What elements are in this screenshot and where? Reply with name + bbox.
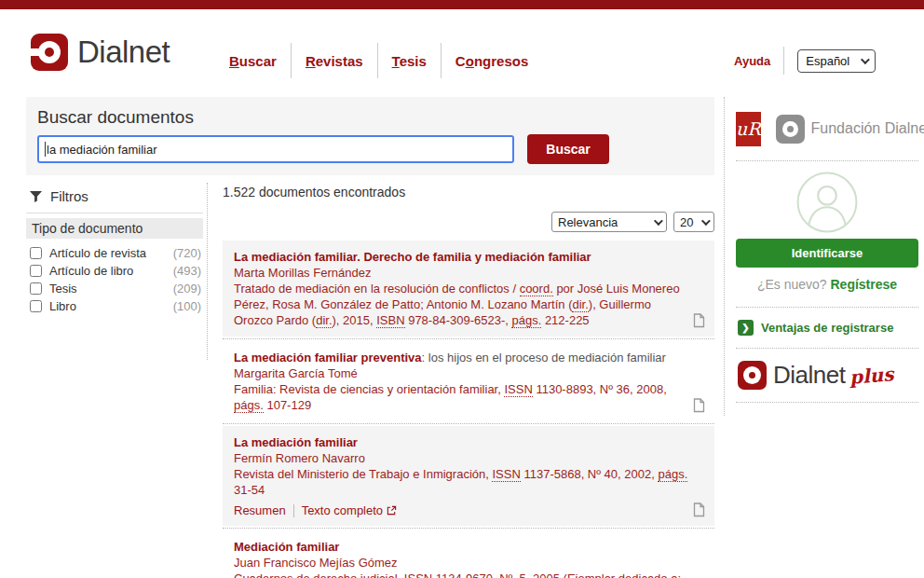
chevron-down-icon: [861, 55, 870, 64]
plus-brand-name: Dialnet: [773, 361, 845, 390]
right-sidebar: uR Fundación Dialnet Identificarse ¿Es n…: [736, 97, 918, 578]
texto-completo-link[interactable]: Texto completo: [302, 503, 397, 517]
result-separator: [223, 528, 714, 529]
result-title-link[interactable]: La mediación familiar. Derecho de famili…: [234, 250, 591, 264]
filter-checkbox[interactable]: [30, 265, 42, 277]
result-author-link[interactable]: Margarita García Tomé: [234, 366, 358, 380]
text-caret: [45, 142, 46, 157]
result-separator: [223, 423, 714, 424]
language-value: Español: [806, 54, 849, 68]
fundacion-label: Fundación Dialnet: [811, 120, 924, 137]
sidebar-separator: [736, 307, 918, 308]
filter-articulo-revista[interactable]: Artículo de revista (720): [26, 244, 203, 262]
resumen-link[interactable]: Resumen: [234, 503, 286, 517]
filter-checkbox[interactable]: [30, 247, 42, 259]
search-query-value: la mediación familiar: [47, 143, 157, 157]
filter-checkbox[interactable]: [30, 282, 42, 295]
search-panel: Buscar documentos la mediación familiar …: [26, 97, 714, 175]
filter-count: (720): [173, 246, 203, 260]
filters-results-divider: [207, 183, 208, 360]
top-accent-bar: [0, 0, 924, 9]
search-input[interactable]: la mediación familiar: [37, 135, 514, 163]
header: Dialnet Buscar Revistas Tesis Congresos …: [0, 9, 924, 97]
nav-divider: [441, 43, 442, 78]
login-button[interactable]: Identificarse: [736, 239, 918, 268]
result-title-link[interactable]: La mediación familiar: [234, 435, 358, 449]
chevron-right-icon: ❯: [738, 320, 754, 336]
result-title-link[interactable]: La mediación familiar preventiva: [234, 351, 422, 365]
filter-count: (100): [173, 299, 203, 313]
sort-value: Relevancia: [558, 215, 618, 229]
document-icon[interactable]: [693, 398, 705, 413]
links-divider: [293, 504, 294, 517]
nav-revistas[interactable]: Revistas: [306, 53, 363, 69]
result-source: Cuadernos de derecho judicial, ISSN 1134…: [234, 571, 690, 578]
result-item: Mediación familiar Juan Francisco Mejías…: [223, 530, 714, 578]
chevron-down-icon: [701, 216, 711, 226]
document-icon[interactable]: [693, 313, 705, 328]
result-separator: [223, 338, 714, 339]
language-select[interactable]: Español: [797, 49, 876, 73]
filter-funnel-icon: [29, 190, 43, 203]
result-author-link[interactable]: Fermín Romero Navarro: [234, 451, 365, 465]
brand-name: Dialnet: [77, 34, 170, 70]
fundacion-dialnet-logo[interactable]: uR Fundación Dialnet: [736, 110, 918, 147]
result-source: Tratado de mediación en la resolución de…: [234, 281, 690, 328]
result-author-link[interactable]: Juan Francisco Mejías Gómez: [234, 556, 398, 570]
nav-divider: [291, 43, 292, 78]
dialnet-plus-icon: [738, 361, 767, 390]
content-sidebar-divider: [724, 97, 725, 416]
chevron-down-icon: [654, 216, 663, 226]
result-author-link[interactable]: Marta Morillas Fernández: [234, 266, 371, 280]
sidebar-separator: [736, 402, 918, 403]
fundacion-ur-icon: uR: [736, 112, 761, 146]
result-item: La mediación familiar Fermín Romero Nava…: [223, 426, 714, 526]
sort-select[interactable]: Relevancia: [551, 212, 667, 232]
nav-tesis[interactable]: Tesis: [392, 53, 427, 69]
new-user-question: ¿Es nuevo?: [757, 277, 827, 292]
result-item: La mediación familiar. Derecho de famili…: [223, 241, 714, 337]
nav-divider: [377, 43, 378, 78]
register-benefits-link[interactable]: ❯ Ventajas de registrarse: [736, 320, 918, 336]
filters-sidebar: Filtros Tipo de documento Artículo de re…: [26, 183, 203, 578]
external-link-icon: [387, 505, 397, 516]
filter-count: (209): [173, 282, 203, 296]
result-item: La mediación familiar preventiva: los hi…: [223, 341, 714, 421]
sidebar-separator: [736, 160, 918, 161]
dialnet-plus-logo[interactable]: Dialnet plus: [736, 361, 918, 390]
filter-checkbox[interactable]: [30, 300, 42, 312]
register-link[interactable]: Regístrese: [831, 277, 898, 292]
dialnet-logo[interactable]: Dialnet: [31, 34, 170, 71]
search-title: Buscar documentos: [37, 107, 701, 128]
filter-articulo-libro[interactable]: Artículo de libro (493): [26, 262, 203, 280]
help-link[interactable]: Ayuda: [734, 54, 770, 68]
result-source: Familia: Revista de ciencias y orientaci…: [234, 381, 690, 413]
filters-title: Filtros: [50, 188, 88, 204]
result-title-link[interactable]: Mediación familiar: [234, 540, 339, 554]
filter-count: (493): [173, 264, 203, 278]
result-source: Revista del Ministerio de Trabajo e Inmi…: [234, 466, 690, 498]
nav-buscar[interactable]: Buscar: [229, 53, 277, 69]
search-button[interactable]: Buscar: [527, 134, 609, 164]
header-right: Ayuda Español: [734, 47, 876, 75]
filter-libro[interactable]: Libro (100): [26, 297, 203, 315]
sidebar-separator: [736, 348, 918, 349]
plus-suffix: plus: [849, 362, 894, 388]
page-size-value: 20: [680, 215, 693, 229]
user-avatar-icon: [796, 172, 858, 233]
results-area: 1.522 documentos encontrados Relevancia …: [223, 183, 714, 578]
header-divider: [783, 47, 784, 75]
nav-congresos[interactable]: Congresos: [455, 53, 528, 69]
results-count: 1.522 documentos encontrados: [223, 183, 714, 200]
main-nav: Buscar Revistas Tesis Congresos: [229, 43, 528, 78]
document-icon[interactable]: [693, 502, 705, 517]
filter-group-title: Tipo de documento: [26, 218, 203, 239]
page-size-select[interactable]: 20: [673, 212, 714, 232]
dialnet-gray-icon: [776, 115, 805, 144]
result-subtitle: : los hijos en el proceso de mediación f…: [422, 351, 666, 365]
filter-tesis[interactable]: Tesis (209): [26, 280, 203, 297]
dialnet-logo-icon: [31, 34, 68, 71]
